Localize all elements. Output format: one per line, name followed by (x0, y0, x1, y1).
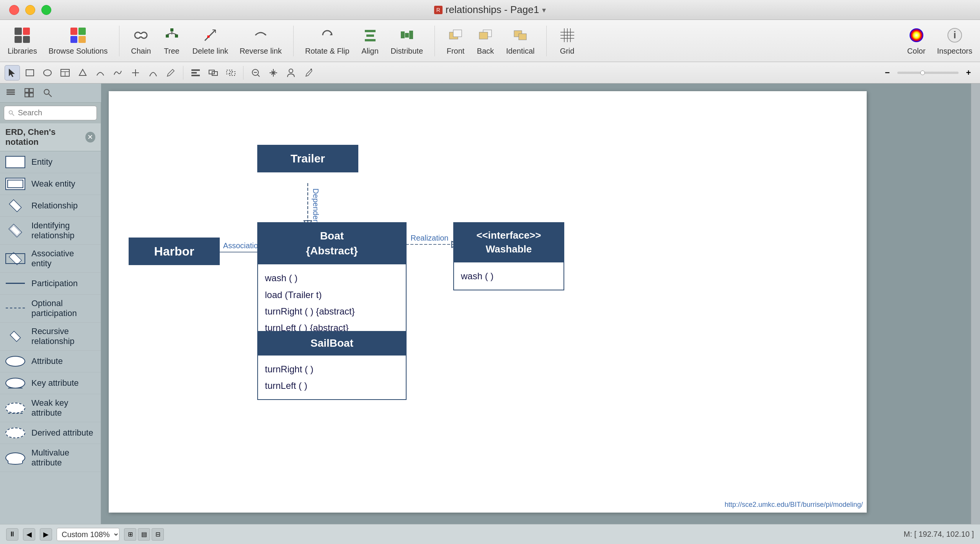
toolbar-delete-link[interactable]: Delete link (193, 26, 228, 56)
toolbar-align[interactable]: Align (361, 26, 379, 56)
diagram-canvas[interactable]: Dependency Generalization Association * … (109, 91, 867, 513)
sidebar-item-relationship[interactable]: Relationship (0, 195, 101, 217)
svg-rect-16 (365, 30, 376, 32)
back-icon (476, 26, 495, 44)
zoom-handle[interactable] (920, 70, 925, 75)
view-icons: ⊞ ▤ ⊟ (124, 528, 164, 541)
arc-tool[interactable] (145, 65, 161, 80)
sidebar-item-associative-entity[interactable]: Associative entity (0, 245, 101, 273)
sidebar-item-weak-entity[interactable]: Weak entity (0, 173, 101, 195)
realization-label: Realization (411, 234, 449, 242)
connections-svg: Dependency Generalization Association * … (109, 91, 867, 513)
sidebar-item-identifying-relationship[interactable]: Identifying relationship (0, 217, 101, 245)
derived-attribute-shape-icon (5, 426, 25, 440)
toolbar-front[interactable]: Front (446, 26, 465, 56)
washable-box[interactable]: <<interface>> Washable wash ( ) (453, 222, 564, 290)
ellipse-tool[interactable] (40, 65, 55, 80)
sidebar-item-optional-participation[interactable]: Optional participation (0, 295, 101, 323)
sailboat-box[interactable]: SailBoat turnRight ( ) turnLeft ( ) (257, 331, 407, 400)
group-tool[interactable] (206, 65, 221, 80)
boat-box[interactable]: Boat {Abstract} wash ( ) load (Trailer t… (257, 222, 407, 342)
toolbar-color[interactable]: Color (907, 26, 926, 56)
toolbar-identical[interactable]: Identical (506, 26, 535, 56)
table-tool[interactable] (57, 65, 73, 80)
sidebar-list-view[interactable] (3, 85, 18, 100)
sidebar-item-weak-key-attribute[interactable]: Weak key attribute (0, 394, 101, 422)
toolbar-reverse-link[interactable]: Reverse link (240, 26, 282, 56)
svg-rect-58 (7, 92, 15, 93)
zoom-slider[interactable] (897, 72, 959, 74)
svg-rect-19 (401, 31, 405, 38)
canvas-area[interactable]: Dependency Generalization Association * … (101, 84, 971, 524)
pan-tool[interactable] (266, 65, 281, 80)
toolbar-tree[interactable]: Tree (163, 26, 181, 56)
sidebar-search-btn[interactable] (40, 85, 55, 100)
rect-tool[interactable] (22, 65, 38, 80)
toolbar-back[interactable]: Back (476, 26, 495, 56)
svg-rect-61 (29, 89, 33, 93)
view-icon-1[interactable]: ⊞ (124, 528, 136, 541)
rotate-flip-icon (318, 26, 336, 44)
relationship-shape-icon (5, 199, 25, 213)
pause-btn[interactable]: ⏸ (6, 528, 18, 541)
maximize-button[interactable] (41, 5, 51, 15)
right-scrollbar[interactable] (971, 84, 980, 524)
toolbar-browse-solutions[interactable]: Browse Solutions (49, 26, 108, 56)
reference-link: http://sce2.umkc.edu/BIT/burrise/pi/mode… (725, 501, 863, 509)
sidebar-close-button[interactable]: ✕ (85, 132, 95, 143)
view-icon-2[interactable]: ▤ (138, 528, 150, 541)
connect-tool[interactable] (128, 65, 143, 80)
sidebar-item-key-attribute[interactable]: Key attribute (0, 372, 101, 394)
custom-shape-tool[interactable] (75, 65, 90, 80)
svg-rect-4 (166, 34, 169, 38)
close-button[interactable] (9, 5, 19, 15)
search-input[interactable] (18, 108, 93, 117)
toolbar-distribute[interactable]: Distribute (391, 26, 423, 56)
washable-header: <<interface>> Washable (454, 223, 564, 262)
toolbar-inspectors[interactable]: i Inspectors (937, 26, 972, 56)
sidebar-item-multivalue-attribute[interactable]: Multivalue attribute (0, 444, 101, 472)
toolbar-libraries[interactable]: Libraries (8, 26, 37, 56)
svg-rect-59 (7, 94, 15, 95)
svg-text:i: i (953, 29, 956, 41)
participation-shape-icon (5, 277, 25, 290)
view-icon-3[interactable]: ⊟ (152, 528, 164, 541)
freehand-tool[interactable] (110, 65, 126, 80)
toolbar-rotate-flip[interactable]: Rotate & Flip (305, 26, 350, 56)
minimize-button[interactable] (25, 5, 35, 15)
libraries-icon (13, 26, 31, 44)
pen-tool[interactable] (301, 65, 316, 80)
toolbar-grid[interactable]: Grid (558, 26, 577, 56)
svg-rect-38 (26, 70, 34, 76)
sidebar-item-attribute[interactable]: Attribute (0, 351, 101, 372)
associative-entity-shape-icon (5, 252, 25, 265)
zoom-in-btn[interactable]: + (962, 65, 975, 80)
trailer-box[interactable]: Trailer (257, 145, 358, 172)
search-box[interactable] (4, 106, 97, 120)
svg-rect-21 (409, 31, 413, 39)
sidebar-item-recursive-relationship[interactable]: Recursive relationship (0, 323, 101, 351)
zoom-out-tool[interactable] (248, 65, 263, 80)
next-page-btn[interactable]: ▶ (40, 528, 52, 541)
sidebar-item-participation[interactable]: Participation (0, 273, 101, 295)
sidebar-grid-view[interactable] (21, 85, 37, 100)
curve-tool[interactable] (93, 65, 108, 80)
prev-page-btn[interactable]: ◀ (23, 528, 35, 541)
align-tool[interactable] (188, 65, 203, 80)
svg-point-34 (910, 28, 923, 42)
sidebar-item-derived-attribute[interactable]: Derived attribute (0, 422, 101, 444)
ungroup-tool[interactable] (223, 65, 238, 80)
pencil-tool[interactable] (163, 65, 178, 80)
harbor-box[interactable]: Harbor (129, 238, 220, 265)
sidebar-title: ERD, Chen's notation (5, 127, 85, 147)
identifying-relationship-shape-icon (5, 224, 25, 238)
multivalue-attribute-shape-icon (5, 451, 25, 465)
zoom-select[interactable]: Custom 108% (57, 528, 119, 541)
washable-methods: wash ( ) (454, 262, 564, 290)
select-tool[interactable] (5, 65, 20, 80)
user-tool[interactable] (283, 65, 299, 80)
toolbar-chain[interactable]: Chain (131, 26, 151, 56)
zoom-out-btn[interactable]: − (880, 65, 894, 80)
delete-link-icon (201, 26, 219, 44)
sidebar-item-entity[interactable]: Entity (0, 151, 101, 173)
